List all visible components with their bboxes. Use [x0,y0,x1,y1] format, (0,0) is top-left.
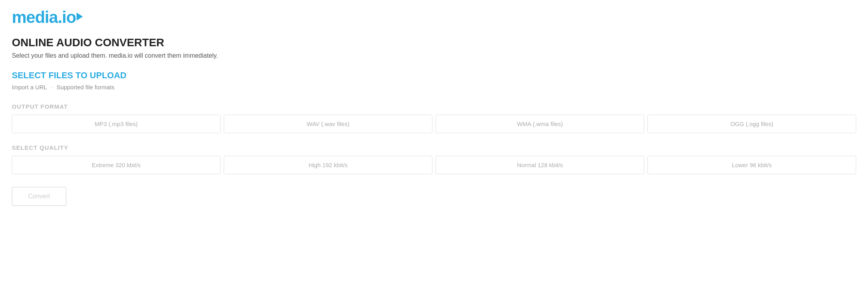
format-wav-button[interactable]: WAV (.wav files) [224,115,432,133]
format-wma-button[interactable]: WMA (.wma files) [436,115,644,133]
select-files-link[interactable]: SELECT FILES TO UPLOAD [12,70,127,81]
supported-formats-link[interactable]: Supported file formats [56,84,114,90]
page-title: ONLINE AUDIO CONVERTER [12,36,856,49]
quality-high-button[interactable]: High 192 kbit/s [224,156,432,174]
quality-extreme-button[interactable]: Extreme 320 kbit/s [12,156,221,174]
quality-lower-button[interactable]: Lower 96 kbit/s [647,156,856,174]
format-ogg-button[interactable]: OGG (.ogg files) [647,115,856,133]
output-format-options: MP3 (.mp3 files) WAV (.wav files) WMA (.… [12,115,856,133]
url-formats-row: Import a URL · Supported file formats [12,84,856,90]
logo: media.io [12,8,856,27]
page-subtitle: Select your files and upload them. media… [12,52,856,59]
logo-text: media.io [12,8,76,27]
separator: · [51,84,52,90]
import-url-link[interactable]: Import a URL [12,84,47,90]
quality-normal-button[interactable]: Normal 128 kbit/s [436,156,644,174]
output-format-label: OUTPUT FORMAT [12,103,856,110]
play-icon [77,13,83,21]
format-mp3-button[interactable]: MP3 (.mp3 files) [12,115,221,133]
select-quality-label: SELECT QUALITY [12,144,856,151]
quality-options: Extreme 320 kbit/s High 192 kbit/s Norma… [12,156,856,174]
convert-button[interactable]: Convert [12,187,66,206]
